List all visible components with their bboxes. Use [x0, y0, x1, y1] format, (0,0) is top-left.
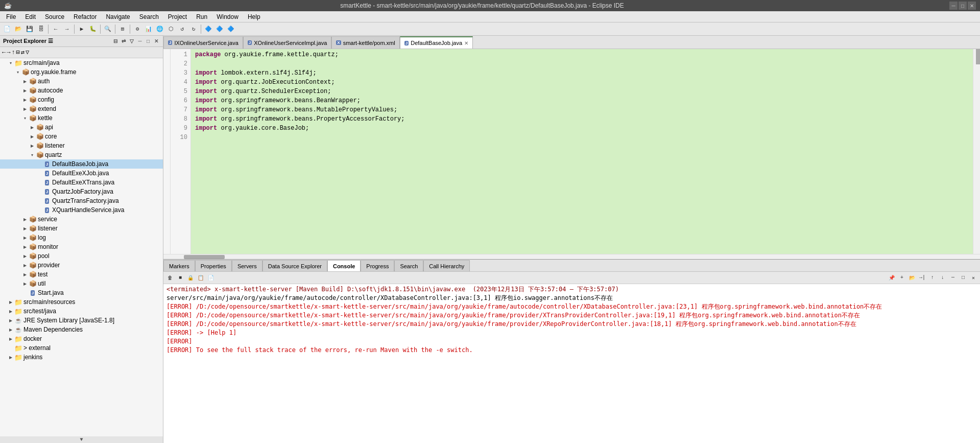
menu-item-run[interactable]: Run: [192, 12, 211, 21]
tree-item-extend[interactable]: ▶📦extend: [0, 104, 163, 113]
tree-item-DefaultExeXJob[interactable]: JDefaultExeXJob.java: [0, 169, 163, 178]
tree-item-QuartzTransFactory[interactable]: JQuartzTransFactory.java: [0, 196, 163, 205]
tree-item-Start[interactable]: JStart.java: [0, 288, 163, 297]
bottom-tab-datasource[interactable]: Data Source Explorer: [262, 260, 327, 271]
close-button[interactable]: ✕: [968, 2, 976, 10]
toolbar-new[interactable]: 📄: [2, 24, 12, 34]
bottom-tab-callhierarchy[interactable]: Call Hierarchy: [423, 260, 470, 271]
bottom-tab-servers[interactable]: Servers: [232, 260, 262, 271]
toolbar-save[interactable]: 💾: [25, 24, 35, 34]
toolbar-misc3[interactable]: 🌐: [155, 24, 165, 34]
tree-item-service[interactable]: ▶📦service: [0, 215, 163, 224]
tree-collapse[interactable]: ⊟: [16, 49, 20, 56]
tree-item-src-main-resources[interactable]: ▶📁src/main/resources: [0, 297, 163, 307]
console-open-file[interactable]: 📂: [907, 273, 917, 283]
console-close[interactable]: ✕: [969, 273, 978, 283]
toolbar-save-all[interactable]: 🗄: [36, 24, 46, 34]
console-prev[interactable]: ↑: [928, 273, 937, 283]
console-minimize[interactable]: ─: [948, 273, 958, 283]
menu-item-edit[interactable]: Edit: [21, 12, 40, 21]
tree-item-api[interactable]: ▶📦api: [0, 123, 163, 132]
tree-item-autocode[interactable]: ▶📦autocode: [0, 86, 163, 95]
editor-tab-tab2[interactable]: JXOnlineUserServiceImpl.java: [243, 36, 332, 49]
toolbar-perspective[interactable]: ⊞: [117, 24, 128, 34]
bottom-tab-search[interactable]: Search: [394, 260, 423, 271]
console-stop[interactable]: ■: [176, 273, 185, 283]
menu-item-help[interactable]: Help: [244, 12, 265, 21]
toolbar-run[interactable]: ▶: [77, 24, 87, 34]
toolbar-misc1[interactable]: ⚙: [132, 24, 142, 34]
editor-tab-tab1[interactable]: JIXOnlineUserService.java: [163, 36, 243, 49]
tree-filter[interactable]: ▽: [26, 49, 29, 56]
toolbar-misc4[interactable]: ⬡: [166, 24, 176, 34]
menu-item-navigate[interactable]: Navigate: [102, 12, 134, 21]
tree-item-DefaultExeXTrans[interactable]: JDefaultExeXTrans.java: [0, 178, 163, 187]
console-next[interactable]: ↓: [938, 273, 947, 283]
minimize-view-icon[interactable]: ─: [136, 38, 144, 45]
tree-item-monitor[interactable]: ▶📦monitor: [0, 242, 163, 251]
tree-item-org-yaukie[interactable]: ▾📦org.yaukie.frame: [0, 67, 163, 77]
bottom-tab-progress[interactable]: Progress: [361, 260, 394, 271]
tree-fwd[interactable]: →: [7, 49, 10, 56]
tree-item-jenkins[interactable]: ▶📁jenkins: [0, 353, 163, 362]
toolbar-search[interactable]: 🔍: [103, 24, 113, 34]
code-content[interactable]: package org.yaukie.frame.kettle.quartz; …: [191, 49, 973, 254]
bottom-tab-markers[interactable]: Markers: [163, 260, 195, 271]
link-editor-icon[interactable]: ⇄: [120, 38, 127, 45]
maximize-button[interactable]: □: [959, 2, 967, 10]
tree-item-DefaultBaseJob[interactable]: JDefaultBaseJob.java: [0, 159, 163, 169]
toolbar-right2[interactable]: 🔷: [214, 24, 225, 34]
console-goto[interactable]: →|: [918, 273, 927, 283]
bottom-tab-console[interactable]: Console: [327, 260, 361, 271]
tree-item-config[interactable]: ▶📦config: [0, 95, 163, 104]
menu-item-refactor[interactable]: Refactor: [69, 12, 101, 21]
minimize-button[interactable]: ─: [949, 2, 958, 10]
collapse-all-icon[interactable]: ⊟: [112, 38, 119, 45]
tree-link[interactable]: ⇄: [21, 49, 25, 56]
menu-item-window[interactable]: Window: [212, 12, 243, 21]
menu-item-search[interactable]: Search: [135, 12, 163, 21]
toolbar-right1[interactable]: 🔷: [203, 24, 213, 34]
tree-item-QuartzJobFactory[interactable]: JQuartzJobFactory.java: [0, 187, 163, 196]
tree-item-docker[interactable]: ▶📁docker: [0, 334, 163, 343]
toolbar-right3[interactable]: 🔷: [226, 24, 236, 34]
editor-tab-tab3[interactable]: Xsmart-kettle/pom.xml: [331, 36, 399, 49]
tree-item-log[interactable]: ▶📦log: [0, 233, 163, 242]
console-paste[interactable]: 📄: [206, 273, 216, 283]
tree-item-jre[interactable]: ▶☕JRE System Library [JavaSE-1.8]: [0, 316, 163, 325]
horizontal-scrollbar[interactable]: [163, 254, 980, 259]
tree-item-XQuartHandleService[interactable]: JXQuartHandleService.java: [0, 205, 163, 215]
bottom-tab-properties[interactable]: Properties: [195, 260, 232, 271]
tree-item-external[interactable]: 📁> external: [0, 343, 163, 353]
tree-item-core[interactable]: ▶📦core: [0, 132, 163, 141]
console-new[interactable]: +: [897, 273, 906, 283]
toolbar-misc6[interactable]: ↻: [188, 24, 199, 34]
tree-item-util[interactable]: ▶📦util: [0, 279, 163, 288]
console-scroll-lock[interactable]: 🔒: [186, 273, 195, 283]
tree-item-src-test-java[interactable]: ▶📁src/test/java: [0, 307, 163, 316]
scroll-indicator[interactable]: [973, 49, 980, 254]
tree-up[interactable]: ↑: [11, 49, 15, 56]
view-menu-icon[interactable]: ▽: [128, 38, 135, 45]
toolbar-fwd[interactable]: →: [62, 24, 72, 34]
tab-close-tab4[interactable]: ✕: [464, 40, 468, 46]
tree-item-provider[interactable]: ▶📦provider: [0, 261, 163, 270]
tree-item-listener2[interactable]: ▶📦listener: [0, 224, 163, 233]
tree-item-quartz[interactable]: ▾📦quartz: [0, 150, 163, 159]
close-view-icon[interactable]: ✕: [153, 38, 160, 45]
toolbar-back[interactable]: ←: [51, 24, 61, 34]
console-copy[interactable]: 📋: [196, 273, 205, 283]
tree-item-listener[interactable]: ▶📦listener: [0, 141, 163, 150]
maximize-view-icon[interactable]: □: [145, 38, 152, 45]
editor-tab-tab4[interactable]: JDefaultBaseJob.java✕: [400, 36, 473, 49]
tree-item-test[interactable]: ▶📦test: [0, 270, 163, 279]
menu-item-project[interactable]: Project: [164, 12, 191, 21]
menu-item-source[interactable]: Source: [41, 12, 68, 21]
tree-back[interactable]: ←: [2, 49, 6, 56]
console-pin[interactable]: 📌: [887, 273, 896, 283]
tree-item-src-main-java[interactable]: ▾📁src/main/java: [0, 58, 163, 67]
console-clear[interactable]: 🗑: [165, 273, 175, 283]
menu-item-file[interactable]: File: [2, 12, 20, 21]
toolbar-misc2[interactable]: 📊: [144, 24, 154, 34]
tree-item-pool[interactable]: ▶📦pool: [0, 251, 163, 261]
